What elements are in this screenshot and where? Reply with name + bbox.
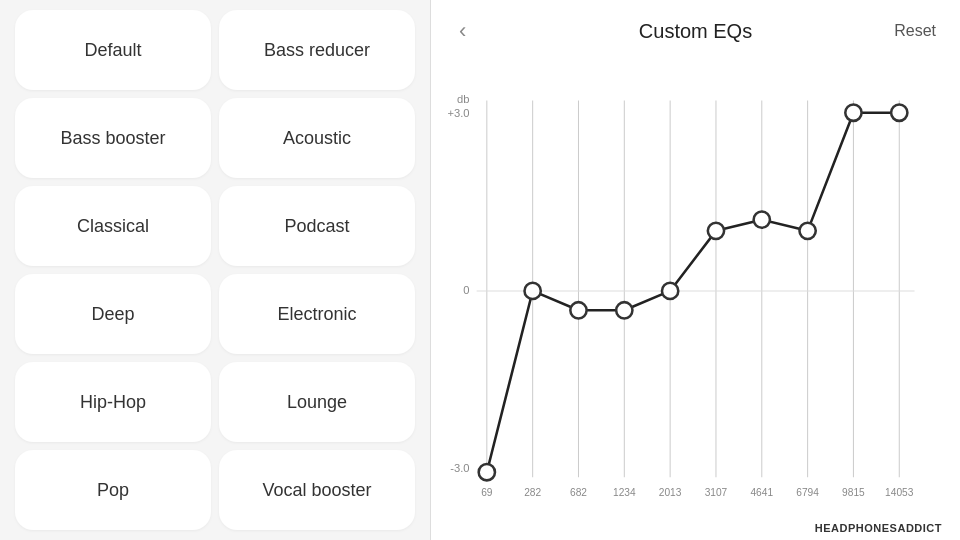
preset-hip-hop[interactable]: Hip-Hop [15,362,211,442]
reset-button[interactable]: Reset [894,22,936,40]
svg-text:+3.0: +3.0 [447,107,469,119]
eq-point-282[interactable] [525,283,541,299]
preset-pop[interactable]: Pop [15,450,211,530]
preset-bass-booster[interactable]: Bass booster [15,98,211,178]
preset-vocal-booster[interactable]: Vocal booster [219,450,415,530]
svg-text:282: 282 [524,487,541,498]
eq-header: ‹ Custom EQs Reset [431,0,960,58]
eq-point-1234[interactable] [616,302,632,318]
back-button[interactable]: ‹ [451,14,474,48]
svg-text:1234: 1234 [613,487,636,498]
eq-point-69[interactable] [479,464,495,480]
preset-deep[interactable]: Deep [15,274,211,354]
svg-text:-3.0: -3.0 [450,462,469,474]
eq-point-4641[interactable] [754,212,770,228]
eq-point-9815[interactable] [845,105,861,121]
eq-editor-panel: ‹ Custom EQs Reset db +3.0 0 -3.0 [431,0,960,540]
preset-bass-reducer[interactable]: Bass reducer [219,10,415,90]
eq-point-682[interactable] [570,302,586,318]
eq-chart[interactable]: db +3.0 0 -3.0 [441,58,940,530]
preset-default[interactable]: Default [15,10,211,90]
watermark: HEADPHONESADDICT [815,522,942,534]
page-title: Custom EQs [639,20,752,43]
svg-text:14053: 14053 [885,487,914,498]
svg-text:682: 682 [570,487,587,498]
svg-text:69: 69 [481,487,493,498]
eq-point-3107[interactable] [708,223,724,239]
preset-classical[interactable]: Classical [15,186,211,266]
preset-acoustic[interactable]: Acoustic [219,98,415,178]
svg-text:4641: 4641 [750,487,773,498]
eq-point-6794[interactable] [799,223,815,239]
eq-point-14053[interactable] [891,105,907,121]
svg-text:9815: 9815 [842,487,865,498]
svg-text:6794: 6794 [796,487,819,498]
preset-podcast[interactable]: Podcast [219,186,415,266]
preset-lounge[interactable]: Lounge [219,362,415,442]
svg-text:0: 0 [463,284,469,296]
preset-electronic[interactable]: Electronic [219,274,415,354]
eq-point-2013[interactable] [662,283,678,299]
svg-text:db: db [457,93,469,105]
preset-list: DefaultBass reducerBass boosterAcousticC… [0,0,430,540]
eq-chart-container: db +3.0 0 -3.0 [431,58,960,540]
svg-text:3107: 3107 [705,487,728,498]
svg-text:2013: 2013 [659,487,682,498]
